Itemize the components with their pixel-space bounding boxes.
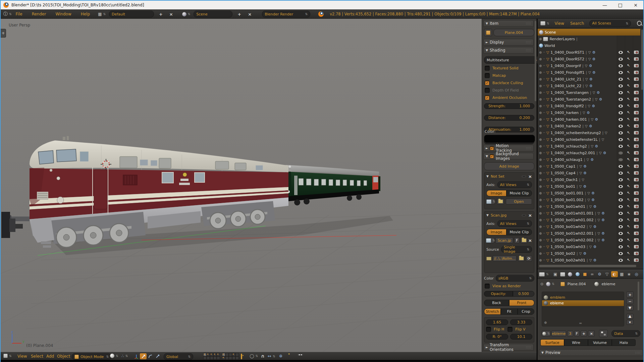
outliner-vscrollbar[interactable] (641, 29, 643, 90)
outliner-item-label[interactable]: 1_0500_bo01wh01.001 (550, 211, 593, 216)
editor-type-3dview-icon[interactable] (3, 354, 12, 358)
layer-toggle[interactable] (232, 356, 235, 360)
selectable-arrow-icon[interactable]: ↖ (627, 191, 630, 195)
mode-select[interactable]: Object Mode (72, 353, 111, 360)
front-toggle[interactable]: Front (509, 300, 534, 306)
tab-physics-icon[interactable] (633, 271, 640, 277)
browse-folder-icon[interactable] (518, 255, 525, 261)
checkbox-backface-culling[interactable]: ✓Backface Culling (485, 80, 523, 85)
packed-file-icon[interactable] (486, 257, 491, 260)
close-button[interactable]: × (628, 1, 643, 9)
back-toggle[interactable]: Back (484, 300, 509, 306)
expand-icon[interactable] (539, 144, 542, 148)
unlink-image-icon[interactable]: × (528, 238, 532, 243)
color-swatch[interactable] (484, 135, 535, 143)
open-folder-icon[interactable] (497, 198, 504, 204)
viewport-shading-select[interactable] (110, 354, 118, 358)
slot-list-expand-icon[interactable] (544, 320, 547, 325)
outliner-row[interactable]: ─ ▽ 1_0400_scheibenheitzung2 | ▽ ⚙ ↖ (538, 129, 640, 136)
outliner-item-label[interactable]: 1_0400_harken2 (550, 124, 581, 128)
tab-constraints-icon[interactable] (589, 271, 596, 277)
visibility-eye-icon[interactable] (619, 252, 623, 255)
outliner-row[interactable]: ─ ▽ RenderLayers | ▽ ⚙ ↖ (538, 36, 640, 42)
size-x-field[interactable]: 1.65 (486, 319, 508, 325)
layer-toggle[interactable] (213, 353, 217, 356)
panel-transform-orientations-header[interactable]: ►Transform Orientations (483, 344, 534, 351)
viewport-3d[interactable]: User Persp + z y (0) Plane.004 (1, 19, 482, 352)
renderable-camera-icon[interactable] (634, 252, 639, 255)
renderable-camera-icon[interactable] (634, 218, 639, 222)
menu-window[interactable]: Window (55, 12, 72, 16)
menu-render[interactable]: Render (31, 12, 47, 16)
view-menu[interactable]: View (17, 354, 28, 359)
checkbox-depth-of-field[interactable]: ✓Depth Of Field (485, 88, 519, 93)
selectable-arrow-icon[interactable]: ↖ (627, 244, 630, 249)
data-link-select[interactable]: Data (611, 330, 640, 337)
selectable-arrow-icon[interactable]: ↖ (627, 70, 630, 74)
crop-toggle[interactable]: Crop (518, 308, 534, 315)
outliner-item-label[interactable]: 1_0400_Licht_22 (550, 84, 581, 88)
scene-select[interactable]: Scene (194, 11, 232, 17)
layer-toggle[interactable] (229, 356, 232, 360)
outliner-row[interactable]: ─ ▽ 1_0400_schlaug1 | ▽ ⚙ ↖ (538, 156, 640, 163)
outliner-item-label[interactable]: 1_0400_Tuerstangen (550, 90, 589, 95)
outliner-item-label[interactable]: RenderLayers (549, 37, 575, 41)
manipulator-scale-icon[interactable] (154, 353, 161, 359)
outliner-item-label[interactable]: 1_0400_Licht_21 (550, 77, 581, 81)
renderable-camera-icon[interactable] (634, 144, 639, 148)
expand-icon[interactable] (539, 231, 542, 236)
expand-icon[interactable] (539, 70, 542, 75)
visibility-eye-icon[interactable] (619, 225, 623, 228)
add-scene-button[interactable]: + (236, 12, 243, 17)
props-scrollbar[interactable] (638, 282, 639, 310)
outliner-item-label[interactable]: 1_0400_DoorRST1 (550, 50, 584, 55)
visibility-eye-icon[interactable] (619, 232, 623, 235)
visibility-eye-icon[interactable] (619, 71, 623, 74)
renderable-camera-icon[interactable] (634, 57, 639, 61)
outliner-row[interactable]: ─ ▽ 1_0500_bo01wh01.001 | ▽ ⚙ ↖ (538, 210, 640, 217)
visibility-eye-icon[interactable] (619, 165, 623, 168)
outliner-row[interactable]: ─ ▽ 1_0400_Licht_22 | ▽ ⚙ ↖ (538, 82, 640, 89)
size-y-field[interactable]: 3.33 (510, 319, 532, 325)
unlink-material-button[interactable]: × (588, 330, 595, 337)
movieclip-toggle[interactable]: Movie Clip (506, 229, 532, 235)
visibility-eye-icon[interactable] (619, 91, 623, 94)
layer-toggle[interactable] (203, 353, 207, 356)
renderable-camera-icon[interactable] (634, 51, 639, 54)
outliner-row[interactable]: ─ ▽ 1_0500_bo01 | ▽ ⚙ ↖ (538, 183, 640, 190)
outliner-row[interactable]: ─ ▽ 1_0500_bo01.002 | ▽ ⚙ ↖ (538, 196, 640, 203)
outliner-item-label[interactable]: 1_0400_Doorgrif (550, 64, 581, 68)
expand-icon[interactable] (539, 164, 542, 169)
renderable-camera-icon[interactable] (634, 104, 639, 108)
manipulator-rotate-icon[interactable] (147, 353, 154, 359)
layer-toggle[interactable] (210, 356, 213, 360)
layer-toggle[interactable] (235, 356, 239, 360)
remove-slot-button[interactable]: − (626, 299, 634, 304)
expand-icon[interactable] (539, 245, 542, 249)
renderable-camera-icon[interactable] (634, 232, 639, 235)
fake-user-button[interactable]: F (514, 237, 520, 243)
selectable-arrow-icon[interactable]: ↖ (627, 231, 630, 235)
outliner-item-label[interactable]: Scene (545, 30, 556, 35)
renderable-camera-icon[interactable] (634, 138, 639, 141)
panel-preview-header[interactable]: ▼Preview (539, 349, 643, 356)
visibility-eye-icon[interactable] (619, 198, 623, 201)
outliner-item-label[interactable]: 1_0400_scheibenheitzung2 (550, 131, 601, 135)
tab-scene-icon[interactable] (567, 271, 574, 277)
layer-toggle[interactable] (232, 353, 235, 356)
renderable-camera-icon[interactable] (634, 98, 639, 101)
visibility-eye-icon[interactable] (619, 64, 623, 67)
selectable-arrow-icon[interactable]: ↖ (627, 110, 630, 115)
expand-icon[interactable] (539, 111, 542, 115)
viewport-3d-scene[interactable] (1, 19, 482, 352)
snap-element-select[interactable] (268, 354, 275, 359)
editor-type-info-icon[interactable] (3, 11, 12, 17)
checkbox-ambient-occlusion[interactable]: ✓Ambient Occlusion (485, 95, 527, 100)
expand-icon[interactable] (539, 191, 542, 195)
nodes-toggle-button[interactable] (599, 330, 608, 337)
layer-toggle[interactable] (225, 353, 229, 356)
layer-toggle[interactable] (213, 356, 217, 360)
layer-toggle[interactable] (229, 353, 232, 356)
bgimage-scan-header[interactable]: ▼Scan.jpg× (484, 212, 534, 219)
stretch-toggle[interactable]: Stretch (484, 308, 501, 315)
